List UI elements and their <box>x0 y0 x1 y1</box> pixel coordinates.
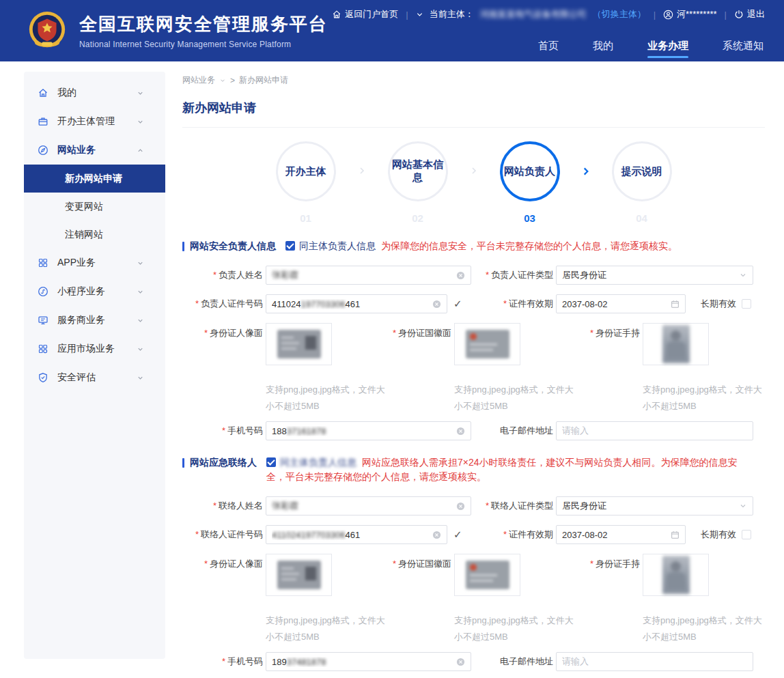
step-website-info: 网站基本信息 02 <box>376 141 460 224</box>
user-menu[interactable]: 河********* <box>663 8 717 20</box>
step-arrow-icon <box>348 166 376 178</box>
divider: | <box>725 10 727 20</box>
id-front-upload[interactable] <box>266 554 332 596</box>
field-label: *身份证手持 <box>578 554 640 645</box>
sidebar-item-mine[interactable]: 我的 <box>24 79 165 107</box>
id-front-upload[interactable] <box>266 323 332 365</box>
sidebar-item-app-market-business[interactable]: 应用市场业务 <box>24 335 165 363</box>
field-label: *联络人姓名 <box>182 500 263 512</box>
sidebar-item-service-provider-business[interactable]: 服务商业务 <box>24 306 165 335</box>
sidebar-item-security-assessment[interactable]: 安全评估 <box>24 363 165 392</box>
section-title: 网站安全负责人信息 <box>182 239 276 253</box>
sidebar-item-change-website[interactable]: 变更网站 <box>24 193 165 221</box>
field-label: *身份证国徽面 <box>386 323 451 414</box>
privacy-notice: 为保障您的信息安全，平台未完整存储您的个人信息，请您逐项核实。 <box>381 240 677 251</box>
id-front-image <box>277 561 321 589</box>
manager-cert-no-input[interactable]: 411024197703306461 <box>266 294 447 313</box>
section-bar <box>182 242 184 251</box>
page-title: 新办网站申请 <box>182 100 765 128</box>
contact-cert-type-select[interactable]: 居民身份证 <box>556 496 753 515</box>
chevron-down-icon[interactable] <box>416 11 423 18</box>
id-uploads-row: *身份证人像面 支持png,jpeg,jpg格式，文件大小不超过5MB *身份证… <box>182 323 765 414</box>
clear-icon[interactable] <box>456 427 465 436</box>
id-front-image <box>277 330 321 358</box>
app-header: 全国互联网安全管理服务平台 National Internet Security… <box>0 0 784 61</box>
contact-phone-input[interactable]: 18937481878 <box>266 652 471 671</box>
chevron-down-icon <box>137 259 144 267</box>
nav-system-notice[interactable]: 系统通知 <box>721 36 765 61</box>
miniprogram-icon <box>38 286 48 297</box>
step-website-manager: 网站负责人 03 <box>488 141 572 224</box>
manager-cert-type-select[interactable]: 居民身份证 <box>556 266 753 285</box>
step-arrow-icon <box>572 166 600 180</box>
upload-hint: 支持png,jpeg,jpg格式，文件大小不超过5MB <box>266 612 386 645</box>
switch-entity-link[interactable]: （切换主体） <box>593 8 646 20</box>
id-handheld-upload[interactable] <box>643 554 709 596</box>
field-label: *联络人证件号码 <box>182 528 263 541</box>
handheld-photo-image <box>662 556 690 594</box>
field-label: *证件有效期 <box>474 298 553 310</box>
clear-icon[interactable] <box>456 658 465 666</box>
same-as-entity-checkbox[interactable] <box>285 241 295 251</box>
sidebar-item-cancel-website[interactable]: 注销网站 <box>24 221 165 249</box>
field-label: *负责人证件号码 <box>182 298 263 310</box>
longterm-checkbox[interactable] <box>742 299 751 309</box>
shield-icon <box>38 372 48 383</box>
nav-business[interactable]: 业务办理 <box>646 36 690 61</box>
divider: | <box>654 10 656 20</box>
longterm-checkbox[interactable] <box>742 530 751 539</box>
id-handheld-upload[interactable] <box>643 323 709 365</box>
manager-phone-input[interactable]: 18837161878 <box>266 421 471 440</box>
calendar-icon <box>671 531 680 539</box>
contact-cert-no-input[interactable]: 411024197703306461 <box>266 525 447 544</box>
field-label: *身份证手持 <box>578 323 640 414</box>
check-icon: ✓ <box>453 298 462 310</box>
contact-cert-valid-date-input[interactable]: 2037-08-02 <box>556 525 686 544</box>
field-label: *证件有效期 <box>474 528 553 541</box>
sidebar-item-app-business[interactable]: APP业务 <box>24 249 165 277</box>
breadcrumb-parent[interactable]: 网站业务 <box>182 74 215 86</box>
nav-mine[interactable]: 我的 <box>591 36 615 61</box>
logout-button[interactable]: 退出 <box>734 8 765 20</box>
portal-home-link[interactable]: 返回门户首页 <box>332 8 398 20</box>
chevron-down-icon <box>137 345 144 353</box>
platform-subtitle: National Internet Security Management Se… <box>79 40 328 49</box>
sidebar-item-entity-management[interactable]: 开办主体管理 <box>24 107 165 136</box>
manager-name-input[interactable]: 张彩霞 <box>266 266 471 285</box>
briefcase-icon <box>38 116 48 127</box>
contact-email-input[interactable]: 请输入 <box>556 652 753 671</box>
same-as-entity-label: 同主体负责人信息 <box>299 240 376 251</box>
nav-home[interactable]: 首页 <box>537 36 560 61</box>
id-back-upload[interactable] <box>454 554 520 596</box>
field-label: *手机号码 <box>182 655 263 668</box>
manager-cert-valid-date-input[interactable]: 2037-08-02 <box>556 294 686 313</box>
manager-email-input[interactable]: 请输入 <box>556 421 753 440</box>
id-back-upload[interactable] <box>454 323 520 365</box>
chevron-down-icon <box>137 288 144 296</box>
current-entity-label: 当前主体： <box>430 8 474 20</box>
sidebar-item-miniprogram-business[interactable]: 小程序业务 <box>24 277 165 306</box>
home-icon <box>38 87 48 98</box>
chevron-down-icon <box>739 271 747 279</box>
clear-icon[interactable] <box>456 271 465 280</box>
clear-icon[interactable] <box>432 531 441 539</box>
sidebar-item-new-website-application[interactable]: 新办网站申请 <box>24 165 165 193</box>
section-bar <box>182 458 184 468</box>
upload-hint: 支持png,jpeg,jpg格式，文件大小不超过5MB <box>454 382 574 414</box>
section-emergency-contact-header: 网站应急联络人 同主体负责人信息网站应急联络人需承担7×24小时联络责任，建议不… <box>182 455 765 484</box>
field-label: *身份证人像面 <box>182 323 263 414</box>
platform-title: 全国互联网安全管理服务平台 <box>79 12 328 36</box>
upload-hint: 支持png,jpeg,jpg格式，文件大小不超过5MB <box>266 382 386 414</box>
sidebar: 我的 开办主体管理 网站业务 新办网站申请 变更网站 注销网站 APP业务 小程… <box>24 72 165 659</box>
sidebar-item-website-business[interactable]: 网站业务 <box>24 136 165 165</box>
upload-hint: 支持png,jpeg,jpg格式，文件大小不超过5MB <box>643 382 763 414</box>
same-as-entity-checkbox[interactable] <box>266 457 276 467</box>
field-label: *身份证国徽面 <box>386 554 451 645</box>
contact-name-input[interactable]: 张彩霞 <box>266 496 471 515</box>
chevron-down-icon <box>137 317 144 324</box>
step-wizard: 开办主体 01 网站基本信息 02 网站负责人 03 提示说明 04 <box>182 141 765 224</box>
field-label: 电子邮件地址 <box>474 655 553 668</box>
clear-icon[interactable] <box>432 300 441 309</box>
check-icon: ✓ <box>453 528 462 541</box>
clear-icon[interactable] <box>456 502 465 511</box>
